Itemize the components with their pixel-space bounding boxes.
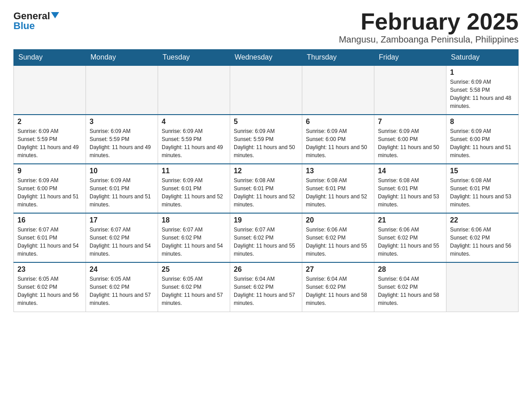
day-number: 9 bbox=[17, 167, 82, 175]
day-info: Sunrise: 6:07 AM Sunset: 6:01 PM Dayligh… bbox=[17, 226, 82, 258]
day-number: 7 bbox=[378, 118, 442, 126]
day-number: 6 bbox=[306, 118, 370, 126]
weekday-header-thursday: Thursday bbox=[302, 50, 374, 66]
calendar-cell: 6Sunrise: 6:09 AM Sunset: 6:00 PM Daylig… bbox=[302, 115, 374, 164]
day-info: Sunrise: 6:04 AM Sunset: 6:02 PM Dayligh… bbox=[306, 275, 370, 307]
day-info: Sunrise: 6:09 AM Sunset: 6:01 PM Dayligh… bbox=[162, 176, 226, 209]
weekday-header-wednesday: Wednesday bbox=[230, 50, 302, 66]
calendar-cell: 18Sunrise: 6:07 AM Sunset: 6:02 PM Dayli… bbox=[158, 213, 230, 262]
weekday-header-tuesday: Tuesday bbox=[158, 50, 230, 66]
day-number: 28 bbox=[378, 265, 442, 274]
day-number: 26 bbox=[234, 265, 298, 274]
title-section: February 2025 Mangusu, Zamboanga Peninsu… bbox=[339, 9, 519, 45]
calendar-cell: 13Sunrise: 6:08 AM Sunset: 6:01 PM Dayli… bbox=[302, 164, 374, 213]
calendar-cell: 22Sunrise: 6:06 AM Sunset: 6:02 PM Dayli… bbox=[446, 213, 519, 262]
day-number: 15 bbox=[450, 167, 515, 175]
day-info: Sunrise: 6:09 AM Sunset: 5:59 PM Dayligh… bbox=[90, 127, 154, 159]
week-row-4: 16Sunrise: 6:07 AM Sunset: 6:01 PM Dayli… bbox=[14, 213, 519, 262]
calendar-cell: 3Sunrise: 6:09 AM Sunset: 5:59 PM Daylig… bbox=[86, 115, 158, 164]
week-row-3: 9Sunrise: 6:09 AM Sunset: 6:00 PM Daylig… bbox=[14, 164, 519, 213]
week-row-1: 1Sunrise: 6:09 AM Sunset: 5:58 PM Daylig… bbox=[14, 65, 519, 115]
day-info: Sunrise: 6:09 AM Sunset: 5:58 PM Dayligh… bbox=[450, 78, 515, 110]
day-number: 3 bbox=[90, 118, 154, 126]
day-number: 21 bbox=[378, 216, 442, 224]
month-title: February 2025 bbox=[339, 9, 519, 34]
logo-blue-text: Blue bbox=[13, 21, 59, 31]
calendar-cell bbox=[158, 65, 230, 115]
day-info: Sunrise: 6:09 AM Sunset: 6:00 PM Dayligh… bbox=[306, 127, 370, 159]
day-info: Sunrise: 6:07 AM Sunset: 6:02 PM Dayligh… bbox=[162, 226, 226, 258]
calendar-cell: 25Sunrise: 6:05 AM Sunset: 6:02 PM Dayli… bbox=[158, 262, 230, 312]
calendar-cell bbox=[374, 65, 446, 115]
calendar-cell: 8Sunrise: 6:09 AM Sunset: 6:00 PM Daylig… bbox=[446, 115, 519, 164]
day-number: 27 bbox=[306, 265, 370, 274]
day-info: Sunrise: 6:05 AM Sunset: 6:02 PM Dayligh… bbox=[17, 275, 82, 307]
calendar-cell: 17Sunrise: 6:07 AM Sunset: 6:02 PM Dayli… bbox=[86, 213, 158, 262]
day-info: Sunrise: 6:08 AM Sunset: 6:01 PM Dayligh… bbox=[450, 176, 515, 209]
calendar-cell bbox=[302, 65, 374, 115]
logo: General Blue bbox=[13, 11, 59, 31]
weekday-header-friday: Friday bbox=[374, 50, 446, 66]
calendar-cell: 11Sunrise: 6:09 AM Sunset: 6:01 PM Dayli… bbox=[158, 164, 230, 213]
calendar-cell: 10Sunrise: 6:09 AM Sunset: 6:01 PM Dayli… bbox=[86, 164, 158, 213]
calendar-cell: 2Sunrise: 6:09 AM Sunset: 5:59 PM Daylig… bbox=[14, 115, 86, 164]
day-info: Sunrise: 6:09 AM Sunset: 6:00 PM Dayligh… bbox=[378, 127, 442, 159]
calendar-cell: 5Sunrise: 6:09 AM Sunset: 5:59 PM Daylig… bbox=[230, 115, 302, 164]
calendar-table: SundayMondayTuesdayWednesdayThursdayFrid… bbox=[13, 49, 519, 312]
weekday-header-monday: Monday bbox=[86, 50, 158, 66]
day-number: 5 bbox=[234, 118, 298, 126]
day-number: 10 bbox=[90, 167, 154, 175]
day-info: Sunrise: 6:04 AM Sunset: 6:02 PM Dayligh… bbox=[234, 275, 298, 307]
calendar-cell: 9Sunrise: 6:09 AM Sunset: 6:00 PM Daylig… bbox=[14, 164, 86, 213]
calendar-cell: 20Sunrise: 6:06 AM Sunset: 6:02 PM Dayli… bbox=[302, 213, 374, 262]
page-header: General Blue February 2025 Mangusu, Zamb… bbox=[13, 9, 519, 45]
calendar-cell: 12Sunrise: 6:08 AM Sunset: 6:01 PM Dayli… bbox=[230, 164, 302, 213]
day-info: Sunrise: 6:09 AM Sunset: 5:59 PM Dayligh… bbox=[17, 127, 82, 159]
day-info: Sunrise: 6:07 AM Sunset: 6:02 PM Dayligh… bbox=[90, 226, 154, 258]
calendar-cell: 7Sunrise: 6:09 AM Sunset: 6:00 PM Daylig… bbox=[374, 115, 446, 164]
calendar-cell: 14Sunrise: 6:08 AM Sunset: 6:01 PM Dayli… bbox=[374, 164, 446, 213]
day-number: 11 bbox=[162, 167, 226, 175]
weekday-header-row: SundayMondayTuesdayWednesdayThursdayFrid… bbox=[14, 50, 519, 66]
week-row-5: 23Sunrise: 6:05 AM Sunset: 6:02 PM Dayli… bbox=[14, 262, 519, 312]
calendar-cell bbox=[230, 65, 302, 115]
weekday-header-sunday: Sunday bbox=[14, 50, 86, 66]
day-number: 17 bbox=[90, 216, 154, 224]
day-number: 16 bbox=[17, 216, 82, 224]
logo-triangle-icon bbox=[51, 12, 59, 18]
day-number: 25 bbox=[162, 265, 226, 274]
day-number: 14 bbox=[378, 167, 442, 175]
calendar-cell bbox=[14, 65, 86, 115]
day-info: Sunrise: 6:05 AM Sunset: 6:02 PM Dayligh… bbox=[162, 275, 226, 307]
logo-general-text: General bbox=[13, 11, 50, 21]
day-number: 8 bbox=[450, 118, 515, 126]
day-info: Sunrise: 6:08 AM Sunset: 6:01 PM Dayligh… bbox=[306, 176, 370, 209]
day-number: 19 bbox=[234, 216, 298, 224]
weekday-header-saturday: Saturday bbox=[446, 50, 519, 66]
calendar-cell: 21Sunrise: 6:06 AM Sunset: 6:02 PM Dayli… bbox=[374, 213, 446, 262]
day-number: 12 bbox=[234, 167, 298, 175]
day-info: Sunrise: 6:09 AM Sunset: 6:00 PM Dayligh… bbox=[450, 127, 515, 159]
day-info: Sunrise: 6:09 AM Sunset: 6:00 PM Dayligh… bbox=[17, 176, 82, 209]
day-number: 22 bbox=[450, 216, 515, 224]
calendar-cell: 19Sunrise: 6:07 AM Sunset: 6:02 PM Dayli… bbox=[230, 213, 302, 262]
calendar-cell bbox=[446, 262, 519, 312]
day-number: 13 bbox=[306, 167, 370, 175]
calendar-cell: 28Sunrise: 6:04 AM Sunset: 6:02 PM Dayli… bbox=[374, 262, 446, 312]
day-info: Sunrise: 6:05 AM Sunset: 6:02 PM Dayligh… bbox=[90, 275, 154, 307]
calendar-cell: 4Sunrise: 6:09 AM Sunset: 5:59 PM Daylig… bbox=[158, 115, 230, 164]
calendar-cell bbox=[86, 65, 158, 115]
day-info: Sunrise: 6:04 AM Sunset: 6:02 PM Dayligh… bbox=[378, 275, 442, 307]
day-info: Sunrise: 6:06 AM Sunset: 6:02 PM Dayligh… bbox=[450, 226, 515, 258]
week-row-2: 2Sunrise: 6:09 AM Sunset: 5:59 PM Daylig… bbox=[14, 115, 519, 164]
day-number: 20 bbox=[306, 216, 370, 224]
calendar-cell: 26Sunrise: 6:04 AM Sunset: 6:02 PM Dayli… bbox=[230, 262, 302, 312]
day-number: 2 bbox=[17, 118, 82, 126]
day-number: 18 bbox=[162, 216, 226, 224]
calendar-cell: 27Sunrise: 6:04 AM Sunset: 6:02 PM Dayli… bbox=[302, 262, 374, 312]
day-info: Sunrise: 6:07 AM Sunset: 6:02 PM Dayligh… bbox=[234, 226, 298, 258]
location-subtitle: Mangusu, Zamboanga Peninsula, Philippine… bbox=[339, 34, 519, 45]
calendar-cell: 16Sunrise: 6:07 AM Sunset: 6:01 PM Dayli… bbox=[14, 213, 86, 262]
day-info: Sunrise: 6:09 AM Sunset: 6:01 PM Dayligh… bbox=[90, 176, 154, 209]
day-number: 1 bbox=[450, 68, 515, 77]
